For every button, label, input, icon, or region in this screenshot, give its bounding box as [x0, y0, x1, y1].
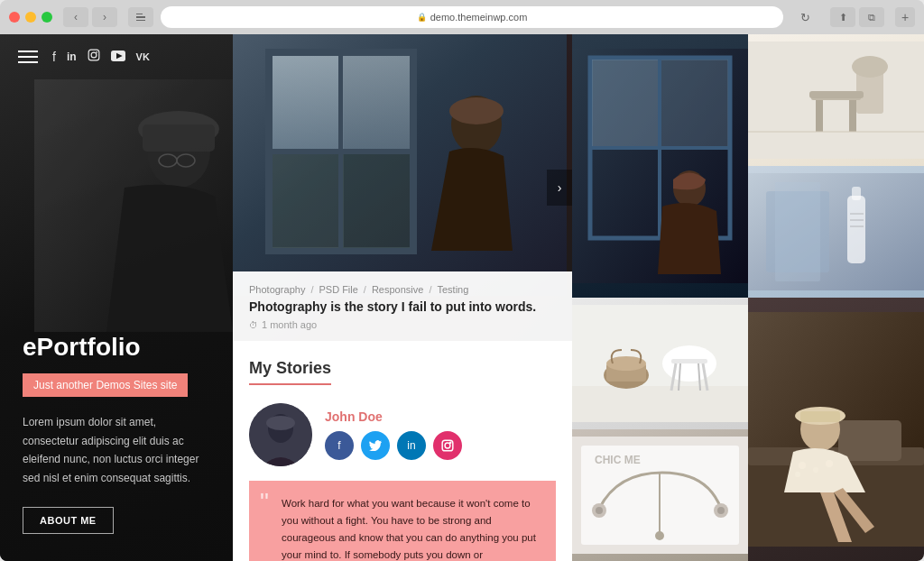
svg-rect-52	[572, 386, 748, 422]
svg-rect-46	[847, 196, 865, 263]
close-btn[interactable]	[9, 12, 20, 23]
vk-icon[interactable]: VK	[136, 51, 150, 62]
svg-point-26	[450, 442, 451, 443]
author-instagram-button[interactable]	[433, 431, 462, 460]
svg-rect-31	[592, 60, 658, 146]
site-description: Lorem ipsum dolor sit amet, consectetur …	[23, 413, 210, 487]
svg-point-69	[799, 462, 806, 469]
author-linkedin-button[interactable]: in	[397, 431, 426, 460]
category-photography[interactable]: Photography	[249, 284, 305, 295]
svg-rect-18	[343, 154, 410, 248]
reload-button[interactable]: ↻	[794, 7, 816, 27]
category-testing[interactable]: Testing	[437, 284, 468, 295]
category-psd[interactable]: PSD File	[319, 284, 357, 295]
svg-rect-65	[838, 420, 901, 461]
svg-rect-47	[852, 187, 861, 200]
sidebar-bottom: ePortfolio Just another Demos Sites site…	[0, 316, 233, 561]
stories-section: My Stories John Doe f	[233, 341, 572, 561]
svg-point-7	[91, 52, 97, 58]
svg-rect-68	[800, 411, 840, 422]
author-twitter-button[interactable]	[361, 431, 390, 460]
about-me-button[interactable]: ABOUT ME	[23, 507, 114, 534]
svg-rect-16	[343, 56, 410, 149]
post-time-text: 1 month ago	[262, 319, 317, 330]
clock-icon: ⏱	[249, 320, 258, 330]
quote-mark: "	[260, 490, 269, 515]
quote-text: Work hard for what you want because it w…	[263, 495, 541, 561]
author-info: John Doe f in	[325, 409, 462, 460]
author-name[interactable]: John Doe	[325, 409, 462, 424]
maximize-btn[interactable]	[42, 12, 52, 23]
youtube-icon[interactable]	[111, 50, 125, 64]
svg-point-77	[596, 507, 603, 514]
author-social-links: f in	[325, 431, 462, 460]
new-tab-button[interactable]: +	[895, 7, 915, 27]
next-post-arrow[interactable]: ›	[547, 170, 572, 206]
grid-image-5[interactable]	[748, 298, 924, 561]
browser-content: f in VK ePortfolio Just another Demos Si…	[0, 34, 924, 561]
minimize-btn[interactable]	[25, 12, 36, 23]
stories-title: My Stories	[249, 359, 331, 385]
sidebar-social-icons: f in VK	[52, 49, 150, 64]
svg-point-37	[852, 56, 888, 78]
grid-image-6[interactable]: CHIC ME	[572, 429, 748, 561]
svg-point-79	[655, 531, 664, 540]
grid-image-4[interactable]	[572, 298, 748, 429]
post-categories: Photography / PSD File / Responsive / Te…	[249, 284, 556, 295]
url-text: demo.themeinwp.com	[430, 12, 528, 23]
quote-block: " Work hard for what you want because it…	[249, 481, 556, 561]
svg-rect-17	[273, 154, 338, 248]
featured-caption: Photography / PSD File / Responsive / Te…	[233, 271, 572, 341]
nav-buttons: ‹ ›	[63, 7, 117, 27]
post-title[interactable]: Photography is the story I fail to put i…	[249, 299, 556, 314]
forward-button[interactable]: ›	[92, 7, 117, 27]
featured-post: › Photography / PSD File / Responsive / …	[233, 34, 572, 341]
svg-rect-6	[88, 50, 99, 60]
svg-rect-45	[775, 182, 820, 281]
traffic-lights	[9, 12, 52, 23]
browser-window: ‹ › 🔒 demo.themeinwp.com ↻ ⬆ ⧉ +	[0, 0, 924, 561]
instagram-icon[interactable]	[88, 49, 100, 64]
author-avatar	[249, 403, 312, 466]
svg-point-20	[449, 97, 504, 124]
svg-rect-39	[816, 100, 823, 132]
svg-rect-41	[809, 91, 864, 98]
site-subtitle: Just another Demos Sites site	[23, 373, 188, 397]
author-facebook-button[interactable]: f	[325, 431, 354, 460]
site-sidebar: f in VK ePortfolio Just another Demos Si…	[0, 34, 233, 561]
svg-rect-40	[849, 100, 856, 132]
linkedin-icon[interactable]: in	[67, 51, 77, 63]
post-time: ⏱ 1 month ago	[249, 319, 556, 330]
share-button[interactable]: ⬆	[830, 7, 855, 27]
grid-image-1[interactable]	[572, 34, 748, 298]
sidebar-toggle-button[interactable]	[128, 7, 153, 27]
grid-image-2[interactable]	[748, 34, 924, 166]
photo-grid: CHIC ME	[572, 34, 924, 561]
back-button[interactable]: ‹	[63, 7, 88, 27]
address-bar[interactable]: 🔒 demo.themeinwp.com	[161, 6, 783, 28]
lock-icon: 🔒	[417, 13, 427, 22]
svg-point-8	[96, 51, 97, 53]
split-view-button[interactable]: ⧉	[859, 7, 884, 27]
sidebar-nav: f in VK	[0, 34, 233, 78]
site-title: ePortfolio	[23, 334, 210, 362]
svg-point-70	[813, 467, 818, 473]
author-row: John Doe f in	[249, 403, 556, 466]
browser-actions: ⬆ ⧉	[830, 7, 884, 27]
svg-point-71	[826, 460, 833, 467]
svg-rect-15	[273, 56, 338, 149]
svg-point-25	[445, 443, 450, 448]
svg-text:CHIC ME: CHIC ME	[595, 454, 641, 466]
svg-point-72	[795, 472, 800, 477]
browser-toolbar: ‹ › 🔒 demo.themeinwp.com ↻ ⬆ ⧉ +	[0, 0, 924, 34]
svg-rect-54	[671, 359, 707, 363]
hamburger-menu[interactable]	[18, 51, 38, 63]
facebook-icon[interactable]: f	[52, 50, 56, 64]
grid-image-3[interactable]	[748, 166, 924, 298]
svg-point-78	[717, 507, 725, 514]
main-content: › Photography / PSD File / Responsive / …	[233, 34, 572, 561]
svg-rect-32	[661, 60, 728, 146]
category-responsive[interactable]: Responsive	[372, 284, 423, 295]
svg-point-23	[266, 416, 295, 430]
